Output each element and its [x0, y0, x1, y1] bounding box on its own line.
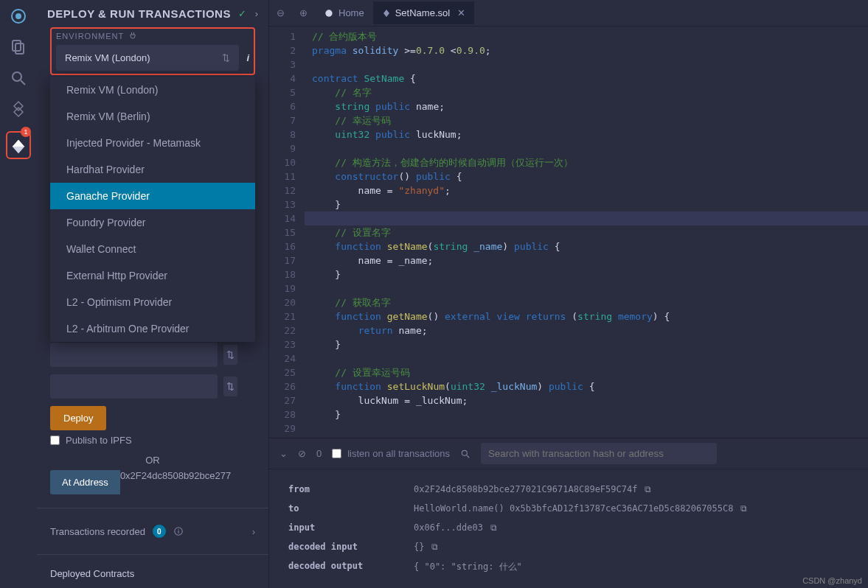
tab-file[interactable]: SetName.sol ✕	[373, 1, 474, 24]
value-input[interactable]	[50, 374, 218, 399]
terminal-row: toHelloWorld.name() 0x5b3bfcAD12f13787ce…	[288, 499, 849, 518]
at-address-input[interactable]: 0x2F24dc8508b92bce277	[120, 470, 231, 494]
env-option[interactable]: Foundry Provider	[50, 209, 255, 236]
info-icon[interactable]: i	[246, 52, 249, 63]
env-option[interactable]: L2 - Optimism Provider	[50, 289, 255, 315]
check-icon[interactable]: ✓	[238, 8, 246, 19]
environment-select[interactable]: Remix VM (London) ⇅	[56, 45, 239, 71]
env-option[interactable]: Hardhat Provider	[50, 156, 255, 183]
terminal-row: input0x06f...dde03⧉	[288, 518, 849, 537]
solidity-icon[interactable]	[10, 100, 27, 118]
panel-title: DEPLOY & RUN TRANSACTIONS	[47, 7, 238, 20]
search-icon[interactable]	[460, 449, 471, 459]
environment-label: ENVIRONMENT	[56, 32, 249, 41]
editor-area: ⊖ ⊕ Home SetName.sol ✕ 12345678910111213…	[269, 0, 868, 588]
copy-icon[interactable]: ⧉	[645, 484, 651, 494]
trx-count-badge: 0	[153, 525, 166, 538]
deploy-run-panel: DEPLOY & RUN TRANSACTIONS ✓ › ENVIRONMEN…	[37, 0, 269, 588]
svg-point-10	[462, 450, 467, 455]
terminal-row: decoded output{ "0": "string: 什么"	[288, 556, 849, 578]
zoom-in-icon[interactable]: ⊕	[292, 7, 315, 18]
stepper[interactable]: ⇅	[223, 345, 237, 365]
collapse-icon[interactable]: ⌄	[280, 448, 288, 459]
terminal: ⌄ ⊘ 0 listen on all transactions from0x2…	[269, 438, 868, 588]
copy-icon[interactable]: ⧉	[740, 503, 747, 514]
environment-box: ENVIRONMENT Remix VM (London) ⇅ i Remix …	[50, 27, 255, 75]
svg-line-5	[21, 80, 25, 85]
terminal-row: from0x2F24dc8508b92bce277021C9671A8C89eF…	[288, 480, 849, 499]
svg-point-8	[178, 529, 178, 530]
deploy-run-icon-active[interactable]: 1	[6, 131, 31, 159]
env-option[interactable]: Injected Provider - Metamask	[50, 130, 255, 156]
terminal-search-input[interactable]	[481, 443, 717, 464]
chevron-right-icon[interactable]: ›	[255, 8, 258, 19]
svg-point-4	[13, 72, 21, 81]
or-label: OR	[50, 450, 255, 470]
close-icon[interactable]: ✕	[457, 7, 465, 18]
listen-all-checkbox[interactable]	[332, 449, 341, 458]
badge: 1	[21, 127, 31, 137]
publish-ipfs-checkbox[interactable]	[50, 435, 60, 445]
deploy-button[interactable]: Deploy	[50, 406, 106, 430]
remix-logo-icon[interactable]	[10, 7, 27, 25]
chevron-right-icon[interactable]: ›	[252, 526, 255, 537]
files-icon[interactable]	[10, 38, 27, 56]
publish-ipfs-label: Publish to IPFS	[66, 435, 132, 446]
deployed-contracts-label: Deployed Contracts	[50, 568, 255, 579]
env-option[interactable]: Remix VM (London)	[50, 77, 255, 103]
svg-rect-3	[15, 43, 24, 54]
watermark: CSDN @zhanyd	[802, 576, 862, 585]
env-option[interactable]: L2 - Arbitrum One Provider	[50, 315, 255, 342]
home-icon	[324, 8, 334, 18]
solidity-file-icon	[382, 9, 391, 18]
code-editor[interactable]: 1234567891011121314151617181920212223242…	[269, 27, 868, 438]
zoom-out-icon[interactable]: ⊖	[269, 7, 292, 18]
svg-rect-2	[13, 41, 21, 51]
env-option[interactable]: Remix VM (Berlin)	[50, 103, 255, 130]
value-input[interactable]	[50, 343, 218, 367]
info-icon[interactable]	[173, 526, 184, 536]
env-option[interactable]: Ganache Provider	[50, 183, 255, 209]
pending-count: 0	[316, 448, 322, 459]
svg-point-9	[325, 10, 332, 16]
tab-home[interactable]: Home	[315, 1, 373, 24]
plug-icon	[128, 32, 137, 41]
svg-line-11	[467, 455, 470, 458]
copy-icon[interactable]: ⧉	[431, 542, 438, 552]
clear-icon[interactable]: ⊘	[298, 448, 306, 459]
stepper[interactable]: ⇅	[223, 377, 237, 396]
select-caret-icon: ⇅	[222, 52, 230, 63]
listen-all-label: listen on all transactions	[347, 448, 450, 459]
search-icon[interactable]	[10, 69, 27, 87]
tab-bar: ⊖ ⊕ Home SetName.sol ✕	[269, 0, 868, 27]
env-option[interactable]: External Http Provider	[50, 262, 255, 289]
transactions-recorded-row[interactable]: Transactions recorded 0 ›	[37, 514, 268, 548]
terminal-row: decoded input{}⧉	[288, 537, 849, 556]
copy-icon[interactable]: ⧉	[490, 522, 497, 533]
svg-point-1	[15, 13, 21, 19]
icon-sidebar: 1	[0, 0, 37, 588]
env-option[interactable]: Wallet Connect	[50, 236, 255, 262]
environment-dropdown: Remix VM (London)Remix VM (Berlin)Inject…	[50, 77, 255, 342]
at-address-button[interactable]: At Address	[50, 470, 120, 494]
